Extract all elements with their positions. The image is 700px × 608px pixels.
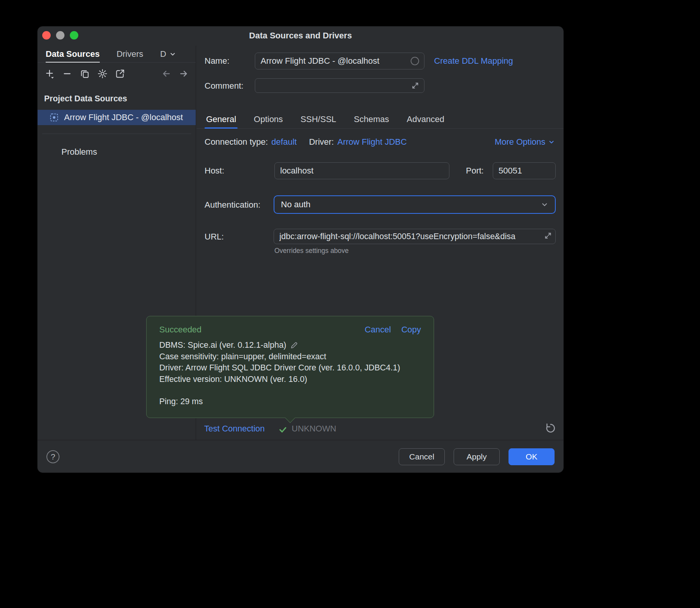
more-options-label: More Options xyxy=(495,137,545,147)
tab-drivers[interactable]: Drivers xyxy=(117,46,144,62)
connection-type-value-link[interactable]: default xyxy=(271,137,297,147)
tab-advanced[interactable]: Advanced xyxy=(407,110,444,128)
gear-icon xyxy=(97,68,108,79)
tab-schemas[interactable]: Schemas xyxy=(354,110,389,128)
tab-ssh-ssl[interactable]: SSH/SSL xyxy=(300,110,336,128)
name-input[interactable] xyxy=(255,53,424,69)
driver-value-link[interactable]: Arrow Flight JDBC xyxy=(337,137,407,147)
authentication-select[interactable]: No auth xyxy=(274,195,556,214)
forward-button[interactable] xyxy=(177,66,191,81)
cancel-button[interactable]: Cancel xyxy=(399,448,445,465)
minus-icon xyxy=(62,68,73,79)
tab-options[interactable]: Options xyxy=(254,110,283,128)
project-data-sources-header: Project Data Sources xyxy=(44,94,127,104)
name-label: Name: xyxy=(205,56,229,66)
url-label: URL: xyxy=(205,232,224,242)
host-input[interactable] xyxy=(274,162,449,179)
more-options-link[interactable]: More Options xyxy=(495,137,555,147)
arrow-right-icon xyxy=(178,68,189,79)
help-button[interactable]: ? xyxy=(46,450,59,463)
popup-version-line: Effective version: UNKNOWN (ver. 16.0) xyxy=(159,374,307,385)
data-source-item-selected[interactable]: Arrow Flight JDBC - @localhost xyxy=(38,110,196,125)
port-input[interactable] xyxy=(493,162,556,179)
tab-ddl-mappings-truncated[interactable]: D xyxy=(160,46,176,62)
popup-status: Succeeded xyxy=(159,325,201,335)
apply-button[interactable]: Apply xyxy=(454,448,500,465)
test-connection-link[interactable]: Test Connection xyxy=(204,424,265,434)
sidebar-item-problems[interactable]: Problems xyxy=(61,147,97,157)
titlebar: Data Sources and Drivers xyxy=(38,26,563,46)
window-title: Data Sources and Drivers xyxy=(38,31,563,41)
popup-body: DBMS: Spice.ai (ver. 0.12.1-alpha) Case … xyxy=(147,335,434,408)
popup-ping: Ping: 29 ms xyxy=(159,396,421,408)
data-source-properties-button[interactable] xyxy=(95,66,110,81)
tab-data-sources[interactable]: Data Sources xyxy=(46,46,100,62)
plus-icon xyxy=(44,68,55,79)
sidebar-toolbar xyxy=(38,63,196,85)
host-label: Host: xyxy=(205,166,224,176)
url-input[interactable] xyxy=(274,229,556,244)
popup-case-line: Case sensitivity: plain=upper, delimited… xyxy=(159,351,326,363)
duplicate-button[interactable] xyxy=(78,66,92,81)
sidebar-tab-bar: Data Sources Drivers D xyxy=(38,46,196,63)
ok-button[interactable]: OK xyxy=(508,448,555,465)
driver-icon xyxy=(49,112,59,122)
connection-type-label: Connection type: xyxy=(205,137,268,147)
settings-tab-bar: General Options SSH/SSL Schemas Advanced xyxy=(196,110,564,129)
data-source-item-label: Arrow Flight JDBC - @localhost xyxy=(64,112,183,122)
comment-label: Comment: xyxy=(205,81,243,91)
expand-icon[interactable] xyxy=(411,82,419,89)
popup-dbms-line: DBMS: Spice.ai (ver. 0.12.1-alpha) xyxy=(159,340,286,351)
popup-header: Succeeded Cancel Copy xyxy=(147,316,434,335)
data-sources-dialog: Data Sources and Drivers Data Sources Dr… xyxy=(37,26,564,473)
driver-label: Driver: xyxy=(309,137,334,147)
back-button[interactable] xyxy=(159,66,173,81)
check-icon xyxy=(278,425,287,434)
chevron-down-icon xyxy=(548,139,555,145)
popup-copy-link[interactable]: Copy xyxy=(401,325,421,335)
footer-bar: ? Cancel Apply OK xyxy=(38,440,563,473)
tab-general[interactable]: General xyxy=(206,110,236,128)
chevron-down-icon xyxy=(169,51,176,58)
create-ddl-mapping-link[interactable]: Create DDL Mapping xyxy=(434,56,513,66)
name-field-indicator-icon xyxy=(411,57,419,65)
sidebar-divider xyxy=(42,134,191,134)
remove-data-source-button[interactable] xyxy=(60,66,74,81)
port-label: Port: xyxy=(466,166,484,176)
arrow-left-icon xyxy=(161,68,172,79)
export-button[interactable] xyxy=(113,66,127,81)
open-external-icon xyxy=(115,68,125,79)
tab-ddl-label: D xyxy=(160,49,166,59)
authentication-label: Authentication: xyxy=(205,200,261,210)
popup-cancel-link[interactable]: Cancel xyxy=(365,325,391,335)
test-connection-result-popup: Succeeded Cancel Copy DBMS: Spice.ai (ve… xyxy=(146,316,434,418)
copy-icon xyxy=(79,68,90,79)
url-note: Overrides settings above xyxy=(274,247,349,255)
revert-button[interactable] xyxy=(543,421,557,435)
chevron-down-icon xyxy=(541,201,548,208)
test-connection-status: UNKNOWN xyxy=(292,424,336,434)
pencil-icon[interactable] xyxy=(290,341,298,350)
undo-icon xyxy=(545,422,556,434)
comment-input[interactable] xyxy=(255,78,424,93)
add-data-source-button[interactable] xyxy=(42,66,57,81)
connection-type-row: Connection type: default Driver: Arrow F… xyxy=(205,137,555,147)
popup-driver-line: Driver: Arrow Flight SQL JDBC Driver Cor… xyxy=(159,362,400,374)
authentication-value: No auth xyxy=(281,200,310,210)
expand-icon[interactable] xyxy=(544,232,552,240)
